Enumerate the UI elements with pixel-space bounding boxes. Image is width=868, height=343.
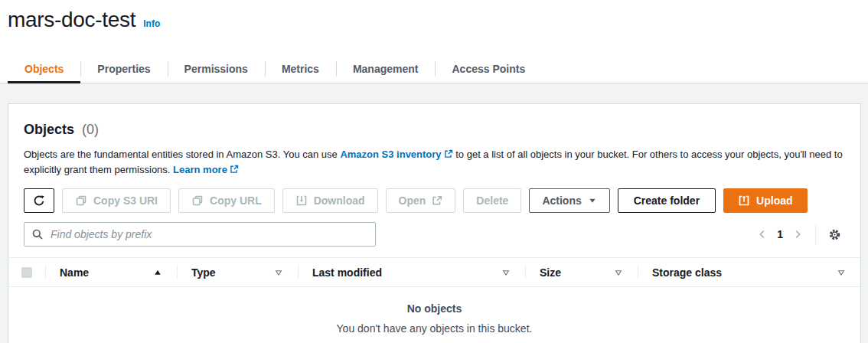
copy-url-button: Copy URL: [178, 188, 275, 213]
copy-s3-uri-button: Copy S3 URI: [62, 188, 171, 213]
tab-label: Objects: [24, 63, 64, 75]
copy-icon: [75, 194, 87, 207]
column-header-type[interactable]: Type: [177, 258, 298, 286]
objects-table: Name Type Last modified Size Storage cla…: [8, 257, 860, 335]
tab-access-points[interactable]: Access Points: [435, 55, 542, 83]
tab-permissions[interactable]: Permissions: [168, 55, 265, 83]
copy-icon: [191, 194, 204, 207]
search-box: [24, 222, 376, 247]
tab-metrics[interactable]: Metrics: [265, 55, 336, 83]
column-header-storage-class[interactable]: Storage class: [638, 258, 860, 286]
objects-panel: Objects (0) Objects are the fundamental …: [8, 103, 861, 343]
search-icon: [31, 228, 44, 240]
filter-row: 1: [24, 222, 845, 247]
tab-label: Permissions: [184, 63, 248, 75]
table-header-row: Name Type Last modified Size Storage cla…: [8, 258, 860, 287]
select-all-checkbox-cell: [8, 258, 45, 286]
panel-heading: Objects (0): [24, 121, 845, 138]
delete-button: Delete: [463, 188, 521, 213]
caret-down-icon: [588, 196, 597, 205]
panel-description: Objects are the fundamental entities sto…: [24, 147, 845, 178]
panel-title: Objects: [24, 122, 74, 137]
tab-bar: Objects Properties Permissions Metrics M…: [0, 55, 868, 83]
bucket-name-title: mars-doc-test: [8, 8, 135, 32]
title-row: mars-doc-test Info: [0, 0, 868, 32]
sort-icon: [837, 268, 846, 277]
preferences-gear-button[interactable]: [824, 224, 845, 245]
upload-icon: [738, 194, 750, 207]
open-button: Open: [386, 188, 456, 213]
download-button: Download: [282, 188, 378, 213]
object-count-badge: (0): [82, 122, 99, 137]
tab-management[interactable]: Management: [336, 55, 436, 83]
column-header-last-modified[interactable]: Last modified: [298, 258, 525, 286]
empty-state-title: No objects: [8, 302, 860, 315]
content-area: Objects (0) Objects are the fundamental …: [0, 83, 868, 343]
next-page-button: [788, 224, 808, 244]
sort-icon: [614, 268, 623, 277]
external-link-icon: [230, 165, 239, 174]
select-all-checkbox: [21, 267, 32, 278]
search-input[interactable]: [49, 227, 368, 241]
download-icon: [295, 194, 308, 207]
column-header-name[interactable]: Name: [45, 258, 177, 286]
learn-more-link[interactable]: Learn more: [173, 164, 239, 175]
empty-state-message: You don't have any objects in this bucke…: [8, 322, 860, 335]
previous-page-button: [752, 224, 772, 244]
chevron-left-icon: [757, 229, 768, 240]
info-link[interactable]: Info: [143, 18, 160, 29]
toolbar: Copy S3 URI Copy URL Download Open Delet…: [24, 188, 845, 213]
sort-ascending-icon: [153, 268, 162, 277]
pagination: 1: [752, 224, 845, 245]
external-link-icon: [444, 149, 453, 158]
description-text: Objects are the fundamental entities sto…: [24, 149, 338, 160]
divider: [815, 224, 816, 244]
column-header-size[interactable]: Size: [525, 258, 638, 286]
external-link-icon: [432, 195, 442, 206]
s3-inventory-link[interactable]: Amazon S3 inventory: [340, 149, 452, 160]
tab-label: Access Points: [452, 63, 525, 75]
actions-dropdown-button[interactable]: Actions: [529, 188, 609, 213]
chevron-right-icon: [792, 229, 803, 240]
sort-icon: [501, 268, 511, 277]
upload-button[interactable]: Upload: [723, 188, 807, 213]
sort-icon: [274, 268, 283, 277]
refresh-icon: [33, 194, 45, 207]
page-header: mars-doc-test Info Objects Properties Pe…: [0, 0, 868, 83]
page-number[interactable]: 1: [772, 228, 788, 240]
tab-objects[interactable]: Objects: [8, 55, 80, 83]
tab-label: Metrics: [282, 63, 319, 75]
refresh-button[interactable]: [24, 188, 54, 213]
tab-label: Management: [353, 63, 419, 75]
create-folder-button[interactable]: Create folder: [618, 188, 716, 213]
tab-properties[interactable]: Properties: [80, 55, 167, 83]
empty-state: No objects You don't have any objects in…: [8, 287, 860, 335]
gear-icon: [828, 228, 841, 241]
tab-label: Properties: [97, 63, 150, 75]
